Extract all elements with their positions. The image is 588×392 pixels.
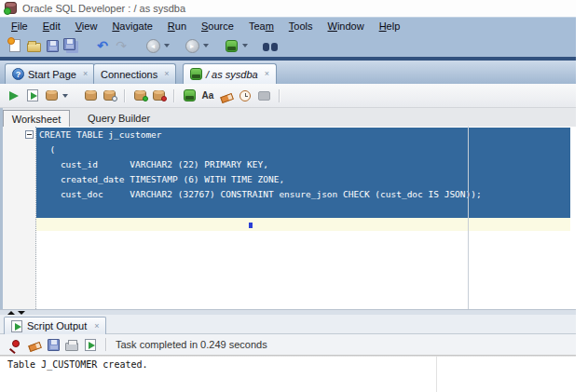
unshared-worksheet-button[interactable]: [180, 87, 198, 105]
run-play-icon: [9, 91, 19, 101]
menu-item-edit[interactable]: Edit: [35, 19, 68, 34]
title-bar: Oracle SQL Developer : / as sysdba: [0, 0, 576, 17]
clear-output-button[interactable]: [25, 335, 44, 354]
sql-editor[interactable]: CREATE TABLE j_customer ( cust_id VARCHA…: [0, 127, 576, 309]
output-column-guide: [436, 357, 437, 392]
pushpin-icon: [12, 340, 20, 347]
save-icon: [47, 40, 59, 52]
code-line: (: [36, 142, 570, 157]
database-icon: [85, 90, 97, 101]
code-line: CREATE TABLE j_customer: [36, 128, 570, 142]
autotrace-button[interactable]: [42, 87, 61, 105]
code-line: cust_doc VARCHAR2 (32767) CONSTRAINT ens…: [36, 187, 570, 202]
explain-plan-button[interactable]: [81, 87, 100, 105]
rerun-script-button[interactable]: [81, 335, 100, 354]
app-window: Oracle SQL Developer : / as sysdba FileE…: [0, 0, 576, 392]
change-case-button[interactable]: Aa: [198, 87, 217, 105]
menu-bar: FileEditViewNavigateRunSourceTeamToolsWi…: [0, 17, 576, 34]
selected-sql-text[interactable]: CREATE TABLE j_customer ( cust_id VARCHA…: [36, 128, 570, 218]
open-folder-icon: [27, 43, 41, 52]
print-output-button[interactable]: [62, 335, 81, 354]
toolbar-separator: [173, 89, 174, 102]
tab-worksheet[interactable]: Worksheet: [3, 110, 70, 127]
menu-item-run[interactable]: Run: [160, 19, 194, 34]
menu-item-window[interactable]: Window: [321, 19, 372, 34]
menu-item-help[interactable]: Help: [372, 19, 408, 34]
output-result-text: Table J_CUSTOMER created.: [7, 359, 148, 370]
new-file-icon: [9, 39, 21, 52]
tab-label: Start Page: [28, 69, 76, 80]
tab-script-output[interactable]: Script Output ×: [4, 317, 106, 334]
sql-developer-logo-icon: [5, 2, 17, 14]
tab-query-builder[interactable]: Query Builder: [75, 110, 163, 127]
tab-as-sysdba[interactable]: / as sysdba ×: [183, 63, 277, 84]
window-title: Oracle SQL Developer : / as sysdba: [22, 3, 185, 14]
tab-connections[interactable]: Connections ×: [93, 63, 176, 84]
current-line-highlight: [36, 218, 570, 231]
code-line: cust_id VARCHAR2 (22) PRIMARY KEY,: [36, 157, 570, 172]
close-icon[interactable]: ×: [83, 70, 88, 78]
connection-icon: [190, 68, 202, 80]
run-script-button[interactable]: [23, 87, 42, 105]
back-button[interactable]: ◂: [144, 36, 162, 55]
menu-item-file[interactable]: File: [4, 19, 35, 34]
rollback-button[interactable]: [149, 87, 168, 105]
menu-item-view[interactable]: View: [68, 19, 105, 34]
tab-label: / as sysdba: [206, 69, 258, 80]
save-button[interactable]: [43, 36, 62, 55]
printer-icon: [65, 343, 78, 351]
commit-button[interactable]: [130, 87, 149, 105]
document-tab-bar: ? Start Page × Connections × / as sysdba…: [0, 61, 576, 84]
pin-button[interactable]: [7, 335, 25, 354]
splitter-down-icon[interactable]: [18, 311, 25, 315]
output-tab-bar: Script Output ×: [0, 315, 576, 334]
close-icon[interactable]: ×: [164, 70, 169, 78]
redo-icon: ↷: [116, 39, 127, 52]
run-script-icon: [85, 339, 96, 351]
tab-start-page[interactable]: ? Start Page ×: [5, 63, 95, 84]
sql-history-button[interactable]: [236, 87, 254, 105]
clear-button[interactable]: [217, 87, 236, 105]
open-file-button[interactable]: [24, 36, 43, 55]
tab-label: Script Output: [27, 320, 87, 331]
save-icon: [48, 339, 60, 351]
new-file-button[interactable]: [6, 36, 24, 55]
connections-button[interactable]: [222, 36, 240, 55]
undo-button[interactable]: ↶: [93, 36, 112, 55]
disabled-tool-icon: [258, 91, 270, 101]
menu-item-source[interactable]: Source: [194, 19, 241, 34]
run-statement-button[interactable]: [5, 87, 23, 105]
eraser-icon: [220, 92, 234, 102]
run-script-icon: [27, 89, 38, 101]
find-button[interactable]: [261, 36, 280, 55]
database-icon: [46, 90, 58, 101]
menu-item-team[interactable]: Team: [241, 19, 281, 34]
close-icon[interactable]: ×: [94, 322, 99, 331]
connection-icon: [226, 40, 238, 52]
close-icon[interactable]: ×: [265, 70, 269, 78]
worksheet-toolbar: Aa: [0, 84, 576, 108]
connection-icon: [184, 89, 196, 101]
code-fold-toggle[interactable]: [25, 130, 34, 139]
tab-label: Connections: [101, 69, 157, 80]
save-output-button[interactable]: [44, 335, 62, 354]
splitter-up-icon[interactable]: [7, 311, 15, 315]
rollback-database-icon: [153, 90, 165, 101]
menu-item-tools[interactable]: Tools: [281, 19, 321, 34]
commit-database-icon: [134, 90, 146, 101]
editor-gutter: [3, 127, 36, 309]
change-case-icon: Aa: [202, 90, 214, 101]
code-line: created_date TIMESTAMP (6) WITH TIME ZON…: [36, 172, 570, 187]
menu-item-navigate[interactable]: Navigate: [104, 19, 159, 34]
save-all-button[interactable]: [62, 36, 80, 55]
toolbar-separator: [124, 89, 125, 102]
toolbar-separator: [279, 89, 280, 102]
redo-button[interactable]: ↷: [112, 36, 130, 55]
run-script-icon: [11, 320, 22, 332]
sql-tuning-button[interactable]: [100, 87, 118, 105]
database-magnifier-icon: [103, 90, 116, 101]
binoculars-icon: [263, 43, 278, 52]
forward-button[interactable]: ▸: [183, 36, 201, 55]
editor-tab-bar: Worksheet Query Builder: [0, 108, 576, 127]
save-all-icon: [63, 38, 75, 50]
